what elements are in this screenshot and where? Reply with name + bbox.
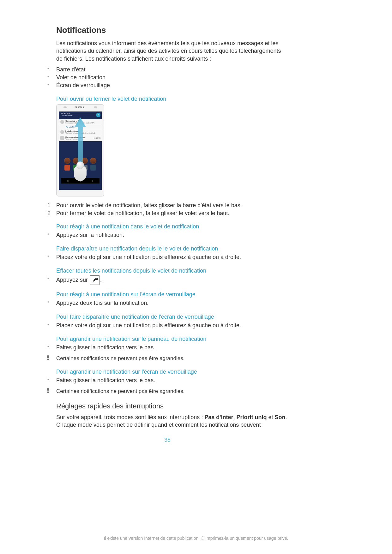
quick-settings-paragraph: Sur votre appareil, trois modes sont lié… [56, 413, 287, 429]
warning-text: Certaines notifications ne peuvent pas ê… [56, 355, 184, 361]
intro-paragraph: Les notifications vous informent des évé… [56, 39, 287, 63]
status-time: 11:20 AM [61, 112, 100, 115]
status-date: Tuesday, March 3 [61, 115, 100, 117]
mode-name: Priorit uniq [237, 414, 267, 420]
warning-text: Certaines notifications ne peuvent pas ê… [56, 388, 184, 394]
list-item: Placez votre doigt sur une notification … [47, 322, 287, 329]
mode-name: Son [275, 414, 286, 420]
heading-quick-settings: Réglages rapides des interruptions [56, 402, 287, 410]
list-item: Appuyez deux fois sur la notification. [47, 299, 287, 307]
warning-note: Certaines notifications ne peuvent pas ê… [47, 355, 287, 362]
heading-notifications: Notifications [56, 25, 287, 35]
subheading-dismiss-lock: Pour faire disparaître une notification … [56, 314, 287, 320]
subheading-expand-lock: Pour agrandir une notification sur l'écr… [56, 369, 287, 375]
screenshot-icon [60, 136, 64, 140]
page-content: Notifications Les notifications vous inf… [47, 25, 287, 443]
warning-note: Certaines notifications ne peuvent pas ê… [47, 388, 287, 395]
locations-list: Barre d'état Volet de notification Écran… [47, 66, 287, 90]
subheading-clear-all: Effacer toutes les notifications depuis … [56, 268, 287, 274]
list-item: Barre d'état [47, 66, 287, 74]
text: . [100, 277, 102, 283]
list-item: Appuyez sur la notification. [47, 231, 287, 239]
app-icon [90, 165, 96, 171]
list-item: Écran de verrouillage [47, 81, 287, 89]
app-icon [64, 158, 70, 164]
mode-name: Pas d'inter [204, 414, 233, 420]
phone-illustration: SONY 11:20 AM Tuesday, March 3 36% ✦ Con… [56, 104, 104, 196]
nav-recent-icon: □ [92, 179, 94, 183]
download-icon [60, 130, 64, 134]
footer-text: Il existe une version Internet de cette … [0, 536, 392, 541]
phone-brand: SONY [57, 105, 104, 111]
list-item: Faites glisser la notification vers le b… [47, 344, 287, 352]
subheading-expand-panel: Pour agrandir une notification sur le pa… [56, 336, 287, 342]
nav-back-icon: ◁ [66, 179, 69, 183]
subheading-react-lock: Pour réagir à une notification sur l'écr… [56, 291, 287, 298]
step-item: 2Pour fermer le volet de notification, f… [47, 209, 287, 217]
subheading-dismiss-panel: Faire disparaître une notification depui… [56, 245, 287, 252]
list-item: Appuyez sur . [47, 275, 287, 285]
list-item: Faites glisser la notification vers le b… [47, 376, 287, 384]
hand-icon [73, 161, 87, 180]
page-number: 35 [47, 437, 287, 443]
usb-icon [60, 120, 64, 124]
text: Appuyez sur [56, 277, 89, 283]
app-icon [64, 165, 70, 171]
list-item: Placez votre doigt sur une notification … [47, 253, 287, 261]
step-text: Pour ouvrir le volet de notification, fa… [56, 202, 242, 208]
clear-all-icon [90, 275, 100, 285]
step-item: 1Pour ouvrir le volet de notification, f… [47, 202, 287, 209]
notif-time: 11:13 AM [94, 137, 100, 139]
step-text: Pour fermer le volet de notification, fa… [56, 210, 229, 216]
subheading-open-close: Pour ouvrir ou fermer le volet de notifi… [56, 96, 287, 102]
subheading-react-panel: Pour réagir à une notification dans le v… [56, 223, 287, 230]
app-icon [90, 158, 96, 164]
steps-list: 1Pour ouvrir le volet de notification, f… [47, 202, 287, 217]
list-item: Volet de notification [47, 74, 287, 81]
